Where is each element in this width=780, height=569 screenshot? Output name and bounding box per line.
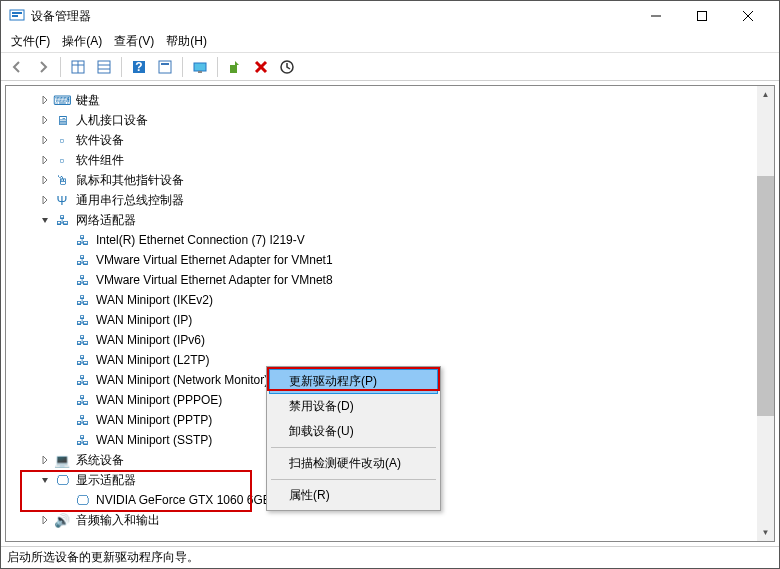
expand-icon[interactable] bbox=[38, 173, 52, 187]
net-icon: 🖧 bbox=[74, 372, 90, 388]
expander-placeholder bbox=[58, 233, 72, 247]
tree-node[interactable]: 🖧WAN Miniport (IPv6) bbox=[6, 330, 757, 350]
tree-node[interactable]: 🖧VMware Virtual Ethernet Adapter for VMn… bbox=[6, 250, 757, 270]
ctx-properties[interactable]: 属性(R) bbox=[269, 483, 438, 508]
ctx-uninstall-device[interactable]: 卸载设备(U) bbox=[269, 419, 438, 444]
svg-rect-10 bbox=[98, 61, 110, 73]
tree-node-label: 显示适配器 bbox=[74, 471, 138, 490]
update-driver-button[interactable] bbox=[188, 55, 212, 79]
svg-rect-17 bbox=[194, 63, 206, 71]
toolbar-separator bbox=[217, 57, 218, 77]
expander-placeholder bbox=[58, 273, 72, 287]
tree-node-label: WAN Miniport (SSTP) bbox=[94, 432, 214, 448]
back-button[interactable] bbox=[5, 55, 29, 79]
display-icon: 🖵 bbox=[74, 492, 90, 508]
software-icon: ▫ bbox=[54, 132, 70, 148]
net-icon: 🖧 bbox=[74, 312, 90, 328]
tree-node[interactable]: 🖱鼠标和其他指针设备 bbox=[6, 170, 757, 190]
audio-icon: 🔊 bbox=[54, 512, 70, 528]
context-menu: 更新驱动程序(P) 禁用设备(D) 卸载设备(U) 扫描检测硬件改动(A) 属性… bbox=[266, 366, 441, 511]
net-icon: 🖧 bbox=[74, 292, 90, 308]
menu-file[interactable]: 文件(F) bbox=[5, 31, 56, 52]
tree-node-label: 键盘 bbox=[74, 91, 102, 110]
expand-icon[interactable] bbox=[38, 193, 52, 207]
component-icon: ▫ bbox=[54, 152, 70, 168]
close-button[interactable] bbox=[725, 1, 771, 31]
menu-view[interactable]: 查看(V) bbox=[108, 31, 160, 52]
tree-node[interactable]: 🖧VMware Virtual Ethernet Adapter for VMn… bbox=[6, 270, 757, 290]
enable-button[interactable] bbox=[223, 55, 247, 79]
tree-node[interactable]: ▫软件设备 bbox=[6, 130, 757, 150]
keyboard-icon: ⌨ bbox=[54, 92, 70, 108]
collapse-icon[interactable] bbox=[38, 213, 52, 227]
expand-icon[interactable] bbox=[38, 153, 52, 167]
network-icon: 🖧 bbox=[54, 212, 70, 228]
toolbar-separator bbox=[121, 57, 122, 77]
tree-node[interactable]: 🖧Intel(R) Ethernet Connection (7) I219-V bbox=[6, 230, 757, 250]
tree-node-label: WAN Miniport (IPv6) bbox=[94, 332, 207, 348]
svg-rect-19 bbox=[230, 65, 237, 73]
scroll-down-arrow[interactable]: ▼ bbox=[757, 524, 774, 541]
net-icon: 🖧 bbox=[74, 332, 90, 348]
tree-node-label: 人机接口设备 bbox=[74, 111, 150, 130]
svg-text:?: ? bbox=[135, 60, 142, 74]
net-icon: 🖧 bbox=[74, 232, 90, 248]
expander-placeholder bbox=[58, 293, 72, 307]
forward-button[interactable] bbox=[31, 55, 55, 79]
expander-placeholder bbox=[58, 493, 72, 507]
expand-icon[interactable] bbox=[38, 93, 52, 107]
detail-view-button[interactable] bbox=[66, 55, 90, 79]
menu-help[interactable]: 帮助(H) bbox=[160, 31, 213, 52]
tree-node-label: 鼠标和其他指针设备 bbox=[74, 171, 186, 190]
tree-node[interactable]: 🖧WAN Miniport (IKEv2) bbox=[6, 290, 757, 310]
net-icon: 🖧 bbox=[74, 352, 90, 368]
scroll-up-arrow[interactable]: ▲ bbox=[757, 86, 774, 103]
tree-node[interactable]: 🖧WAN Miniport (IP) bbox=[6, 310, 757, 330]
expand-icon[interactable] bbox=[38, 453, 52, 467]
svg-rect-15 bbox=[159, 61, 171, 73]
expander-placeholder bbox=[58, 253, 72, 267]
scan-button[interactable] bbox=[275, 55, 299, 79]
ctx-update-driver[interactable]: 更新驱动程序(P) bbox=[269, 369, 438, 394]
tree-node-label: 软件设备 bbox=[74, 131, 126, 150]
properties-button[interactable] bbox=[153, 55, 177, 79]
svg-rect-2 bbox=[12, 15, 18, 17]
tree-node[interactable]: 🖧网络适配器 bbox=[6, 210, 757, 230]
expander-placeholder bbox=[58, 373, 72, 387]
tree-node-label: 软件组件 bbox=[74, 151, 126, 170]
svg-rect-1 bbox=[12, 12, 22, 14]
tree-node-label: NVIDIA GeForce GTX 1060 6GB bbox=[94, 492, 273, 508]
tree-node[interactable]: Ψ通用串行总线控制器 bbox=[6, 190, 757, 210]
collapse-icon[interactable] bbox=[38, 473, 52, 487]
tree-node[interactable]: ⌨键盘 bbox=[6, 90, 757, 110]
tree-node[interactable]: 🖥人机接口设备 bbox=[6, 110, 757, 130]
tree-node-label: WAN Miniport (L2TP) bbox=[94, 352, 212, 368]
tree-node-label: 系统设备 bbox=[74, 451, 126, 470]
svg-rect-16 bbox=[161, 63, 169, 65]
minimize-button[interactable] bbox=[633, 1, 679, 31]
toolbar-separator bbox=[60, 57, 61, 77]
tree-node-label: VMware Virtual Ethernet Adapter for VMne… bbox=[94, 272, 335, 288]
net-icon: 🖧 bbox=[74, 392, 90, 408]
tree-node-label: 音频输入和输出 bbox=[74, 511, 162, 530]
ctx-disable-device[interactable]: 禁用设备(D) bbox=[269, 394, 438, 419]
expand-icon[interactable] bbox=[38, 133, 52, 147]
expand-icon[interactable] bbox=[38, 513, 52, 527]
toolbar: ? bbox=[1, 53, 779, 81]
help-button[interactable]: ? bbox=[127, 55, 151, 79]
list-view-button[interactable] bbox=[92, 55, 116, 79]
menubar: 文件(F) 操作(A) 查看(V) 帮助(H) bbox=[1, 31, 779, 53]
expand-icon[interactable] bbox=[38, 113, 52, 127]
svg-rect-4 bbox=[698, 12, 707, 21]
tree-node-label: 通用串行总线控制器 bbox=[74, 191, 186, 210]
ctx-scan-hardware[interactable]: 扫描检测硬件改动(A) bbox=[269, 451, 438, 476]
tree-node-label: WAN Miniport (PPTP) bbox=[94, 412, 214, 428]
vertical-scrollbar[interactable]: ▲ ▼ bbox=[757, 86, 774, 541]
tree-node[interactable]: ▫软件组件 bbox=[6, 150, 757, 170]
maximize-button[interactable] bbox=[679, 1, 725, 31]
scroll-thumb[interactable] bbox=[757, 176, 774, 416]
expander-placeholder bbox=[58, 433, 72, 447]
uninstall-button[interactable] bbox=[249, 55, 273, 79]
tree-node[interactable]: 🔊音频输入和输出 bbox=[6, 510, 757, 530]
menu-action[interactable]: 操作(A) bbox=[56, 31, 108, 52]
